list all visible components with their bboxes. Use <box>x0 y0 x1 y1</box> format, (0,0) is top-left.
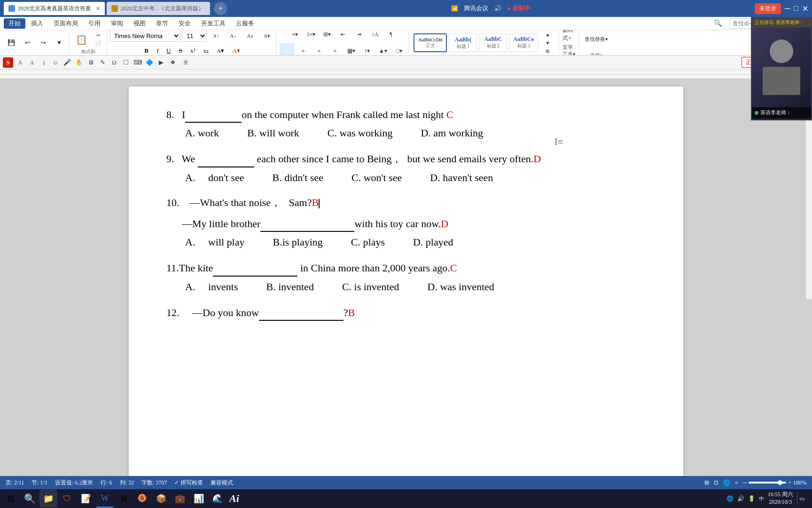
sg-btn-diamond[interactable]: 🔷 <box>144 57 155 68</box>
subscript-btn[interactable]: x₂ <box>200 45 212 56</box>
taskbar-security[interactable]: 🛡 <box>58 490 76 508</box>
sg-btn-paren[interactable]: ) <box>39 57 49 68</box>
find-replace-btn[interactable]: 查找替换▾ <box>582 32 610 47</box>
sg-btn-hand[interactable]: ✋ <box>74 57 84 68</box>
menu-cloud[interactable]: 云服务 <box>231 18 259 29</box>
align-center-btn[interactable]: ≡ <box>296 43 311 56</box>
font-color-btn[interactable]: A▾ <box>259 30 274 43</box>
font-size-select[interactable]: 11 <box>182 30 207 42</box>
menu-dev-tools[interactable]: 开发工具 <box>196 18 230 29</box>
line-spacing-btn[interactable]: ↕▾ <box>359 43 375 56</box>
menu-view[interactable]: 视图 <box>129 18 150 29</box>
select-btn[interactable]: 选择▾ <box>586 48 607 56</box>
bold-btn[interactable]: B <box>141 45 152 56</box>
align-left-btn[interactable]: ≡ <box>280 43 295 56</box>
zoom-slider[interactable] <box>749 482 786 484</box>
sg-btn-keyboard[interactable]: ⌨ <box>133 57 143 68</box>
more-btn[interactable]: ▼ <box>52 35 67 50</box>
shading-btn[interactable]: ▲▾ <box>375 43 390 56</box>
sg-btn-mic[interactable]: 🎤 <box>62 57 72 68</box>
taskbar-app1[interactable]: 🅐 <box>133 490 151 508</box>
sg-btn-full[interactable]: 全 <box>180 57 192 68</box>
menu-page-layout[interactable]: 页面布局 <box>49 18 83 29</box>
sg-btn-play[interactable]: ▶ <box>156 57 166 68</box>
indent-more-btn[interactable]: ⇥ <box>351 30 367 42</box>
taskbar-search[interactable]: 🔍 <box>21 490 39 508</box>
sg-btn-a[interactable]: A <box>15 57 25 68</box>
show-desktop-btn[interactable]: ▭ <box>797 492 806 506</box>
justify-btn[interactable]: ≡ <box>328 43 343 56</box>
underline-btn[interactable]: U <box>163 45 174 56</box>
clear-format-btn[interactable]: Aa <box>242 30 258 43</box>
taskbar-app3[interactable]: 💼 <box>171 490 189 508</box>
tray-battery[interactable]: 🔋 <box>748 495 755 502</box>
view-outline-btn[interactable]: ≡ <box>735 479 738 486</box>
taskbar-note[interactable]: 📝 <box>77 490 95 508</box>
paste-btn[interactable]: 📋 <box>72 31 91 48</box>
show-marks-btn[interactable]: ¶ <box>383 30 398 42</box>
undo-btn[interactable]: ↩ <box>20 35 35 50</box>
taskbar-app2[interactable]: 📦 <box>152 490 170 508</box>
border-btn[interactable]: □▾ <box>391 43 406 56</box>
menu-security[interactable]: 安全 <box>174 18 195 29</box>
bullet-list-btn[interactable]: ≡▾ <box>288 30 303 42</box>
style-heading2[interactable]: AaBbC 标题 2 <box>479 33 507 52</box>
copy-btn[interactable]: 📄 <box>92 40 105 47</box>
tray-imput[interactable]: 中 <box>759 495 764 502</box>
styles-scroll-up[interactable]: ▲ <box>540 31 555 39</box>
highlight-btn[interactable]: A▾ <box>213 45 227 56</box>
window-close[interactable]: ✕ <box>802 4 808 13</box>
taskbar-screen[interactable]: 🖥 <box>115 490 133 508</box>
sg-btn-pen[interactable]: ✎ <box>97 57 108 68</box>
tray-network[interactable]: 🌐 <box>726 495 734 502</box>
sg-btn-omega[interactable]: Ω <box>109 57 119 68</box>
window-maximize[interactable]: □ <box>794 4 798 13</box>
sg-btn-emoji[interactable]: ☺ <box>50 57 61 68</box>
style-heading1[interactable]: AaBb( 标题 1 <box>449 33 477 52</box>
taskbar-word[interactable]: W <box>96 490 114 508</box>
sg-btn-a2[interactable]: A <box>27 57 37 68</box>
menu-reference[interactable]: 引用 <box>84 18 105 29</box>
save-btn[interactable]: 💾 <box>4 35 19 50</box>
zoom-in-btn[interactable]: + <box>788 479 791 486</box>
style-normal[interactable]: AaBbCcDd 正文 <box>414 33 447 52</box>
menu-chapter[interactable]: 章节 <box>151 18 173 29</box>
view-web-btn[interactable]: 🌐 <box>723 479 730 486</box>
number-list-btn[interactable]: 1≡▾ <box>304 30 319 42</box>
font-name-select[interactable]: Times New Roma <box>110 30 180 42</box>
font-color2-btn[interactable]: A▾ <box>229 45 243 56</box>
sort-btn[interactable]: ↕A <box>367 30 383 42</box>
new-style-btn[interactable]: 新样式+ <box>562 30 577 42</box>
tab-1[interactable]: 2020北京高考真题英语含答案 ✕ <box>4 2 105 15</box>
styles-expand[interactable]: ⊞ <box>540 48 555 55</box>
superscript-btn[interactable]: x² <box>187 45 198 56</box>
zoom-out-btn[interactable]: ─ <box>743 479 747 486</box>
font-shrink-btn[interactable]: A↓ <box>226 30 241 43</box>
tab-2[interactable]: 2020北京中考...（北京题库排版） ✕ <box>107 2 210 15</box>
font-grow-btn[interactable]: A↑ <box>209 30 224 43</box>
font-tools-btn[interactable]: 文字工具▾ <box>562 43 577 56</box>
taskbar-app4[interactable]: 📊 <box>190 490 208 508</box>
indent-less-btn[interactable]: ⇤ <box>336 30 351 42</box>
menu-start[interactable]: 开始 <box>4 18 25 29</box>
sg-btn-star[interactable]: ❖ <box>168 57 178 68</box>
not-logged-button[interactable]: 未登录 <box>755 3 781 14</box>
outline-btn[interactable]: ⊞▾ <box>320 30 335 42</box>
menu-insert[interactable]: 插入 <box>26 18 48 29</box>
styles-scroll-down[interactable]: ▼ <box>540 40 555 47</box>
cut-btn[interactable]: ✂ <box>92 32 105 39</box>
view-full-btn[interactable]: ⊡ <box>714 479 718 486</box>
tray-volume[interactable]: 🔊 <box>737 495 744 502</box>
tab-add-button[interactable]: + <box>214 2 227 15</box>
taskbar-start[interactable]: ⊞ <box>2 490 20 508</box>
sg-btn-screen[interactable]: 🖥 <box>86 57 96 68</box>
align-right-btn[interactable]: ≡ <box>312 43 327 56</box>
view-print-btn[interactable]: ⊞ <box>704 479 709 486</box>
strikethrough-btn[interactable]: S <box>176 45 186 56</box>
italic-btn[interactable]: I <box>153 45 162 56</box>
col-layout-btn[interactable]: ▦▾ <box>344 43 359 56</box>
sg-btn-box[interactable]: ☐ <box>121 57 131 68</box>
taskbar-app5[interactable]: 🌊 <box>209 490 226 508</box>
style-heading3[interactable]: AaBbCo 标题 3 <box>509 33 538 52</box>
window-minimize[interactable]: ─ <box>785 4 790 13</box>
